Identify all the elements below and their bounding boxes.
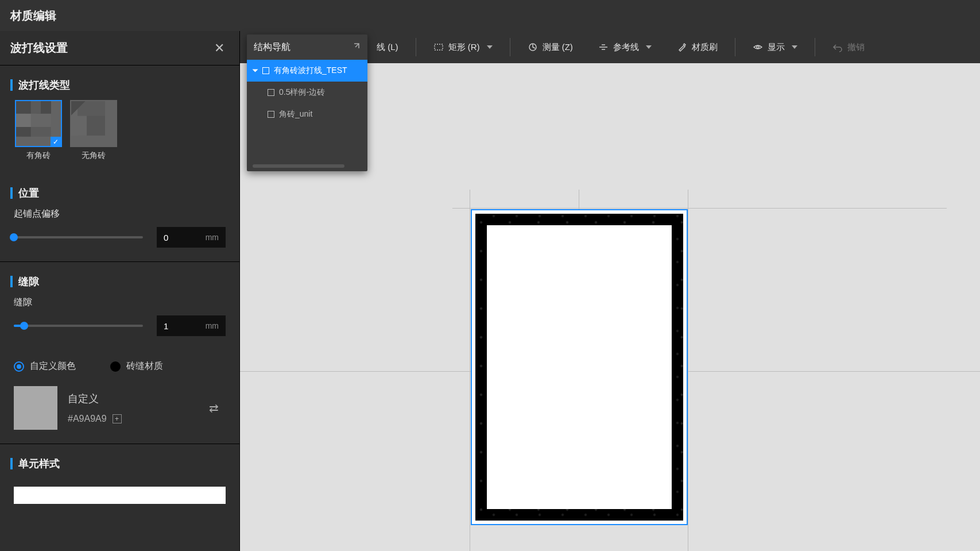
offset-unit: mm bbox=[206, 233, 219, 242]
radio-grout-material[interactable]: 砖缝材质 bbox=[110, 360, 163, 372]
toolbar-divider bbox=[815, 38, 815, 56]
section-title-position: 位置 bbox=[0, 174, 239, 208]
tool-rect-label: 矩形 (R) bbox=[448, 42, 480, 53]
measure-icon bbox=[528, 42, 538, 52]
close-icon[interactable]: ✕ bbox=[210, 38, 229, 58]
add-color-icon[interactable]: + bbox=[113, 414, 122, 423]
structure-nav-item-0[interactable]: 有角砖波打线_TEST bbox=[247, 60, 367, 82]
guide-v-left bbox=[470, 190, 470, 551]
guide-icon bbox=[598, 42, 609, 52]
radio-grout-material-label: 砖缝材质 bbox=[126, 360, 163, 372]
canvas-area[interactable]: 线 (L) 矩形 (R) 测量 (Z) 参考线 bbox=[240, 31, 980, 551]
panel-header: 波打线设置 ✕ bbox=[0, 31, 239, 65]
toolbar-divider bbox=[510, 38, 510, 56]
check-icon: ✓ bbox=[51, 137, 61, 147]
popout-icon[interactable] bbox=[353, 42, 361, 52]
radio-dot-icon bbox=[110, 361, 121, 372]
tile-inner bbox=[487, 225, 672, 509]
app-header: 材质编辑 bbox=[0, 0, 980, 31]
guide-v-right bbox=[688, 190, 688, 551]
structure-nav-item-2[interactable]: 角砖_unit bbox=[247, 103, 367, 125]
eye-icon bbox=[753, 42, 763, 52]
rect-icon bbox=[433, 42, 444, 52]
radio-dot-icon bbox=[14, 361, 24, 372]
undo-icon bbox=[832, 42, 843, 52]
structure-nav-label: 角砖_unit bbox=[279, 109, 312, 120]
structure-nav-label: 有角砖波打线_TEST bbox=[274, 65, 347, 76]
tool-undo-label: 撤销 bbox=[847, 42, 865, 53]
structure-nav-tree: 有角砖波打线_TEST 0.5样例-边砖 角砖_unit bbox=[247, 60, 367, 125]
swap-icon[interactable]: ⇄ bbox=[202, 401, 226, 415]
structure-nav-panel: 结构导航 有角砖波打线_TEST 0.5样例-边砖 角砖_unit bbox=[247, 34, 367, 171]
toolbar-divider bbox=[416, 38, 416, 56]
gap-input[interactable]: 1 mm bbox=[157, 315, 226, 336]
gap-block: 缝隙 1 mm bbox=[0, 296, 239, 350]
chevron-down-icon bbox=[487, 45, 493, 49]
position-block: 起铺点偏移 0 mm bbox=[0, 208, 239, 262]
section-title-unit: 单元样式 bbox=[0, 444, 239, 479]
tool-measure-label: 测量 (Z) bbox=[543, 42, 573, 53]
settings-sidebar: 波打线设置 ✕ 波打线类型 ✓ 有角砖 无角砖 位置 起铺点偏移 bbox=[0, 31, 240, 551]
expand-icon bbox=[253, 70, 258, 72]
structure-nav-header: 结构导航 bbox=[247, 34, 367, 60]
tool-brush[interactable]: 材质刷 bbox=[667, 35, 728, 59]
gap-label: 缝隙 bbox=[14, 296, 226, 309]
structure-nav-scrollbar[interactable] bbox=[253, 164, 344, 168]
swatch-hex-value: #A9A9A9 bbox=[68, 414, 107, 424]
structure-nav-title: 结构导航 bbox=[254, 41, 290, 53]
unit-style-preview[interactable] bbox=[14, 487, 226, 504]
svg-rect-0 bbox=[435, 44, 443, 50]
tile-preview[interactable] bbox=[471, 209, 688, 525]
svg-point-2 bbox=[757, 46, 759, 48]
panel-title: 波打线设置 bbox=[10, 40, 68, 56]
tile-label-no-corner: 无角砖 bbox=[82, 151, 106, 161]
tool-undo[interactable]: 撤销 bbox=[822, 35, 875, 59]
radio-custom-color-label: 自定义颜色 bbox=[30, 360, 76, 372]
chevron-down-icon bbox=[792, 45, 797, 49]
node-icon bbox=[262, 67, 269, 74]
swatch-title: 自定义 bbox=[68, 392, 122, 406]
section-title-type: 波打线类型 bbox=[0, 65, 239, 100]
section-title-gap: 缝隙 bbox=[0, 262, 239, 296]
app-title: 材质编辑 bbox=[10, 8, 56, 24]
chevron-down-icon bbox=[646, 45, 652, 49]
tool-guide[interactable]: 参考线 bbox=[588, 35, 662, 59]
tool-display[interactable]: 显示 bbox=[742, 35, 808, 59]
tool-line[interactable]: 线 (L) bbox=[366, 35, 409, 59]
tool-display-label: 显示 bbox=[768, 42, 785, 53]
gap-value: 1 bbox=[164, 321, 201, 331]
gap-unit: mm bbox=[206, 321, 219, 330]
guide-v-mid bbox=[579, 190, 579, 209]
node-icon bbox=[268, 89, 274, 96]
node-icon bbox=[268, 111, 274, 118]
tool-guide-label: 参考线 bbox=[613, 42, 639, 53]
radio-custom-color[interactable]: 自定义颜色 bbox=[14, 360, 76, 372]
tool-brush-label: 材质刷 bbox=[692, 42, 718, 53]
brush-icon bbox=[677, 42, 687, 52]
offset-label: 起铺点偏移 bbox=[14, 208, 226, 220]
tile-label-with-corner: 有角砖 bbox=[26, 151, 51, 161]
tile-type-no-corner[interactable]: 无角砖 bbox=[70, 100, 117, 161]
tile-type-options: ✓ 有角砖 无角砖 bbox=[0, 100, 239, 174]
tile-thumb-no-corner bbox=[70, 100, 117, 147]
tile-type-with-corner[interactable]: ✓ 有角砖 bbox=[15, 100, 62, 161]
swatch-hex: #A9A9A9 + bbox=[68, 414, 122, 424]
tool-measure[interactable]: 测量 (Z) bbox=[517, 35, 583, 59]
guide-h-top bbox=[452, 208, 947, 209]
color-swatch[interactable] bbox=[14, 386, 57, 430]
offset-input[interactable]: 0 mm bbox=[157, 227, 226, 248]
gap-fill-radio-group: 自定义颜色 砖缝材质 bbox=[0, 350, 239, 379]
structure-nav-item-1[interactable]: 0.5样例-边砖 bbox=[247, 82, 367, 103]
color-swatch-row: 自定义 #A9A9A9 + ⇄ bbox=[0, 379, 239, 444]
offset-slider[interactable] bbox=[14, 236, 143, 238]
tool-rect[interactable]: 矩形 (R) bbox=[423, 35, 503, 59]
toolbar-divider bbox=[735, 38, 735, 56]
structure-nav-label: 0.5样例-边砖 bbox=[279, 87, 325, 98]
tool-line-label: 线 (L) bbox=[377, 42, 398, 53]
offset-value: 0 bbox=[164, 233, 201, 242]
gap-slider[interactable] bbox=[14, 325, 143, 327]
